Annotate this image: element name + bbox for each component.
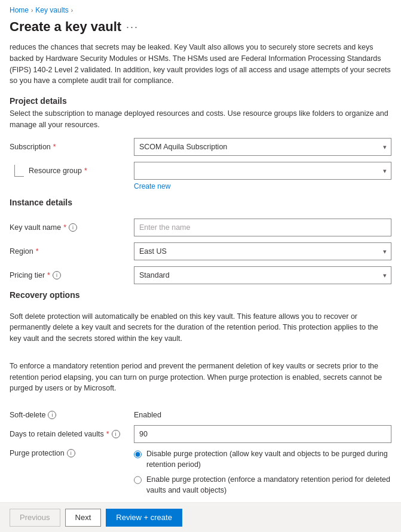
next-button[interactable]: Next	[65, 509, 102, 527]
create-new-link[interactable]: Create new	[134, 182, 391, 190]
soft-delete-info-icon[interactable]: i	[48, 411, 56, 419]
breadcrumb-chevron-2: ›	[71, 7, 73, 14]
review-create-button[interactable]: Review + create	[106, 509, 182, 527]
recovery-text-1: Soft delete protection will automaticall…	[10, 311, 391, 345]
soft-delete-label: Soft-delete i	[10, 411, 129, 419]
days-retain-info-icon[interactable]: i	[112, 430, 120, 438]
region-row: Region * East US ▾	[10, 242, 391, 260]
pricing-tier-info-icon[interactable]: i	[53, 271, 61, 279]
days-retain-row: Days to retain deleted vaults * i 90	[10, 425, 391, 443]
resource-group-indent	[14, 165, 24, 177]
project-details-desc: Select the subscription to manage deploy…	[10, 108, 391, 131]
page-header: Create a key vault ···	[0, 17, 401, 42]
purge-protection-disable-option[interactable]: Disable purge protection (allow key vaul…	[134, 449, 391, 470]
subscription-label: Subscription *	[10, 143, 129, 151]
content-area: reduces the chances that secrets may be …	[0, 42, 401, 508]
purge-protection-control: Disable purge protection (allow key vaul…	[134, 449, 391, 496]
recovery-text-2: To enforce a mandatory retention period …	[10, 361, 391, 394]
intro-text: reduces the chances that secrets may be …	[10, 42, 391, 87]
breadcrumb-keyvaults[interactable]: Key vaults	[35, 6, 68, 14]
purge-protection-radio-group: Disable purge protection (allow key vaul…	[134, 449, 391, 496]
more-options-icon[interactable]: ···	[126, 21, 139, 33]
pricing-tier-select-wrapper: Standard ▾	[134, 266, 391, 284]
pricing-tier-control: Standard ▾	[134, 266, 391, 284]
project-details-section: Project details Select the subscription …	[10, 96, 391, 190]
purge-protection-enable-label: Enable purge protection (enforce a manda…	[146, 475, 391, 496]
recovery-options-section: Recovery options Soft delete protection …	[10, 290, 391, 496]
days-retain-required: *	[106, 430, 109, 438]
breadcrumb: Home › Key vaults ›	[0, 0, 401, 17]
resource-group-select-wrapper: ▾	[134, 162, 391, 180]
key-vault-name-required: *	[63, 223, 66, 232]
resource-group-control: ▾	[134, 162, 391, 180]
subscription-select[interactable]: SCOM Aquila Subscription	[134, 138, 391, 156]
days-retain-input[interactable]: 90	[134, 425, 391, 443]
pricing-tier-required: *	[47, 271, 50, 279]
purge-protection-disable-label: Disable purge protection (allow key vaul…	[146, 449, 391, 470]
purge-protection-info-icon[interactable]: i	[67, 449, 75, 457]
purge-protection-disable-radio[interactable]	[134, 450, 142, 459]
key-vault-name-label: Key vault name * i	[10, 223, 129, 232]
project-details-title: Project details	[10, 96, 391, 106]
soft-delete-value: Enabled	[134, 411, 161, 419]
key-vault-name-control	[134, 219, 391, 236]
purge-protection-enable-radio[interactable]	[134, 476, 142, 484]
region-required: *	[36, 247, 39, 256]
resource-group-row: Resource group * ▾	[10, 162, 391, 180]
instance-details-title: Instance details	[10, 198, 391, 207]
purge-protection-label: Purge protection i	[10, 449, 129, 457]
days-retain-control: 90	[134, 425, 391, 443]
resource-group-required: *	[84, 167, 87, 175]
footer: Previous Next Review + create	[0, 502, 401, 532]
subscription-required: *	[53, 143, 56, 151]
subscription-control: SCOM Aquila Subscription ▾	[134, 138, 391, 156]
purge-protection-enable-option[interactable]: Enable purge protection (enforce a manda…	[134, 475, 391, 496]
pricing-tier-select[interactable]: Standard	[134, 266, 391, 284]
breadcrumb-chevron-1: ›	[31, 7, 33, 14]
recovery-options-title: Recovery options	[10, 290, 391, 300]
days-retain-label: Days to retain deleted vaults * i	[10, 430, 129, 438]
subscription-row: Subscription * SCOM Aquila Subscription …	[10, 138, 391, 156]
soft-delete-row: Soft-delete i Enabled	[10, 410, 391, 419]
previous-button[interactable]: Previous	[10, 509, 60, 527]
resource-group-label-container: Resource group *	[10, 165, 129, 177]
resource-group-select[interactable]	[134, 162, 391, 180]
key-vault-name-row: Key vault name * i	[10, 219, 391, 236]
pricing-tier-label: Pricing tier * i	[10, 271, 129, 279]
region-label: Region *	[10, 247, 129, 256]
key-vault-name-input[interactable]	[134, 219, 391, 236]
subscription-select-wrapper: SCOM Aquila Subscription ▾	[134, 138, 391, 156]
page-title: Create a key vault	[10, 19, 121, 35]
purge-protection-row: Purge protection i Disable purge protect…	[10, 449, 391, 496]
region-control: East US ▾	[134, 242, 391, 260]
region-select-wrapper: East US ▾	[134, 242, 391, 260]
soft-delete-value-container: Enabled	[134, 410, 391, 419]
instance-details-section: Instance details Key vault name * i Regi…	[10, 198, 391, 284]
region-select[interactable]: East US	[134, 242, 391, 260]
breadcrumb-home[interactable]: Home	[10, 6, 29, 14]
key-vault-name-info-icon[interactable]: i	[69, 223, 77, 232]
pricing-tier-row: Pricing tier * i Standard ▾	[10, 266, 391, 284]
